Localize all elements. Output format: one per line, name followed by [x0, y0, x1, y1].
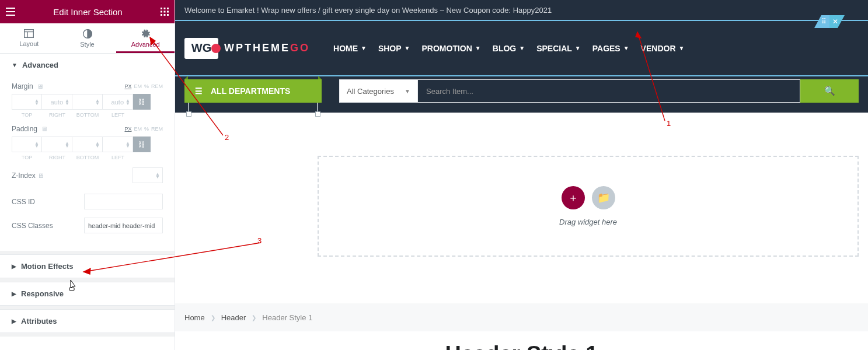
nav-vendor[interactable]: VENDOR▼: [641, 44, 685, 53]
category-select[interactable]: All Categories ▼: [339, 79, 418, 103]
chevron-down-icon: ▼: [405, 45, 410, 51]
chevron-right-icon: ❯: [211, 314, 215, 321]
responsive-icon[interactable]: 🖥: [37, 83, 43, 90]
panel-header: Edit Inner Section: [0, 0, 175, 23]
margin-left-input[interactable]: auto ▲▼: [103, 94, 133, 110]
section-attributes[interactable]: ▶ Attributes: [0, 309, 175, 333]
crumb-home[interactable]: Home: [184, 313, 205, 322]
tab-layout[interactable]: Layout: [0, 23, 58, 53]
section-responsive[interactable]: ▶ Responsive: [0, 282, 175, 306]
panel-tabs: Layout Style Advanced: [0, 23, 175, 54]
margin-bottom-input[interactable]: ▲▼: [72, 94, 103, 110]
folder-icon: 📁: [597, 191, 610, 204]
padding-units[interactable]: PX EM % REM: [124, 126, 163, 132]
site-header: WG WPTHEMEGO HOME▼ SHOP▼ PROMOTION▼ BLOG…: [175, 21, 868, 76]
svg-rect-7: [164, 11, 166, 13]
caret-down-icon: ▼: [12, 62, 18, 68]
zindex-input[interactable]: ▲▼: [133, 167, 163, 183]
svg-rect-4: [164, 8, 166, 9]
nav-blog[interactable]: BLOG▼: [493, 44, 525, 53]
zindex-label: Z-Index: [12, 172, 36, 180]
margin-label: Margin: [12, 82, 33, 90]
panel-title: Edit Inner Section: [15, 7, 161, 17]
layout-icon: [0, 29, 58, 38]
margin-top-input[interactable]: ▲▼: [12, 94, 42, 110]
chevron-down-icon: ▼: [405, 88, 410, 94]
cssid-input[interactable]: [84, 194, 163, 209]
crumb-header[interactable]: Header: [221, 313, 246, 322]
gear-icon: [116, 29, 175, 38]
nav-promotion[interactable]: PROMOTION▼: [422, 44, 481, 53]
margin-inputs: ▲▼ auto ▲▼ ▲▼ auto ▲▼ ⛓: [12, 94, 163, 110]
responsive-icon[interactable]: 🖥: [37, 172, 44, 179]
svg-rect-6: [161, 11, 162, 13]
add-widget-button[interactable]: ＋: [562, 186, 585, 209]
section-motion-effects[interactable]: ▶ Motion Effects: [0, 254, 175, 278]
svg-rect-2: [6, 15, 15, 16]
chevron-down-icon: ▼: [679, 45, 685, 51]
dropzone-label: Drag widget here: [559, 218, 617, 226]
svg-rect-8: [167, 11, 169, 13]
resize-handle-icon[interactable]: [186, 103, 191, 117]
cssclasses-input[interactable]: [84, 218, 163, 233]
caret-right-icon: ▶: [12, 290, 16, 297]
search-button[interactable]: 🔍: [800, 79, 859, 103]
chevron-down-icon: ▼: [475, 45, 481, 51]
svg-rect-3: [161, 8, 162, 9]
padding-left-input[interactable]: ▲▼: [103, 136, 133, 152]
svg-rect-11: [167, 14, 169, 16]
nav-home[interactable]: HOME▼: [333, 44, 367, 53]
site-logo[interactable]: WG WPTHEMEGO: [184, 38, 310, 59]
padding-bottom-input[interactable]: ▲▼: [72, 136, 103, 152]
svg-rect-1: [6, 11, 15, 12]
style-icon: [58, 29, 117, 38]
tab-style[interactable]: Style: [58, 23, 117, 53]
link-values-icon[interactable]: ⛓: [133, 94, 151, 110]
preview-area: Welcome to Emarket ! Wrap new offers / g…: [175, 0, 868, 350]
margin-units[interactable]: PX EM % REM: [124, 83, 163, 89]
padding-top-input[interactable]: ▲▼: [12, 136, 42, 152]
search-input[interactable]: Search Item...: [418, 79, 800, 103]
section-advanced-head[interactable]: ▼ Advanced: [0, 54, 175, 76]
template-library-button[interactable]: 📁: [592, 186, 615, 209]
drag-section-icon[interactable]: ⠿: [814, 15, 829, 28]
main-nav: HOME▼ SHOP▼ PROMOTION▼ BLOG▼ SPECIAL▼ PA…: [333, 44, 684, 53]
logo-mark: WG: [184, 38, 218, 59]
svg-rect-12: [25, 30, 34, 38]
nav-pages[interactable]: PAGES▼: [592, 44, 629, 53]
promo-topbar: Welcome to Emarket ! Wrap new offers / g…: [175, 0, 868, 21]
close-section-icon[interactable]: ✕: [829, 15, 845, 28]
all-departments-button[interactable]: ☰ ALL DEPARTMENTS: [184, 79, 322, 103]
editor-panel: Edit Inner Section Layout Style Advanced…: [0, 0, 175, 350]
tab-advanced[interactable]: Advanced: [116, 23, 175, 53]
caret-right-icon: ▶: [12, 318, 16, 324]
section-controls: ⠿ ✕: [814, 15, 845, 28]
margin-right-input[interactable]: auto ▲▼: [42, 94, 72, 110]
search-wrapper: All Categories ▼ Search Item... 🔍: [339, 79, 859, 103]
nav-special[interactable]: SPECIAL▼: [536, 44, 581, 53]
padding-label: Padding: [12, 125, 37, 133]
chevron-down-icon: ▼: [519, 45, 525, 51]
crumb-current: Header Style 1: [262, 313, 312, 322]
menu-icon[interactable]: [6, 8, 15, 16]
widget-dropzone[interactable]: ＋ 📁 Drag widget here: [318, 156, 859, 257]
padding-inputs: ▲▼ ▲▼ ▲▼ ▲▼ ⛓: [12, 136, 163, 152]
widgets-grid-icon[interactable]: [161, 8, 169, 16]
svg-rect-9: [161, 14, 162, 16]
nav-shop[interactable]: SHOP▼: [378, 44, 410, 53]
canvas: ＋ 📁 Drag widget here: [175, 113, 868, 268]
svg-rect-0: [6, 8, 15, 9]
chevron-right-icon: ❯: [252, 314, 256, 321]
responsive-icon[interactable]: 🖥: [41, 125, 47, 132]
page-title: Header Style 1: [175, 342, 868, 350]
svg-rect-10: [164, 14, 166, 16]
resize-handle-icon[interactable]: [315, 103, 320, 117]
cssid-label: CSS ID: [12, 198, 35, 206]
cssclasses-label: CSS Classes: [12, 222, 53, 230]
padding-right-input[interactable]: ▲▼: [42, 136, 72, 152]
search-icon: 🔍: [824, 86, 835, 96]
chevron-down-icon: ▼: [361, 45, 367, 51]
caret-right-icon: ▶: [12, 263, 16, 270]
link-values-icon[interactable]: ⛓: [133, 136, 151, 152]
panel-sections: ▼ Advanced Margin 🖥 PX EM % REM ▲▼ auto …: [0, 54, 175, 350]
